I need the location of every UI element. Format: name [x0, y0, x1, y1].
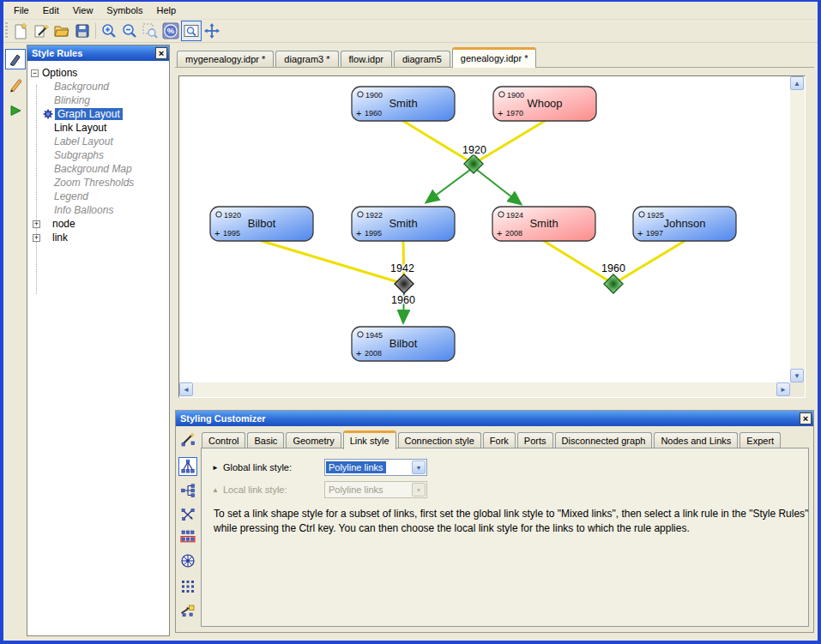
new-document-button[interactable]: [10, 21, 31, 41]
tree-label[interactable]: Zoom Thresholds: [54, 177, 134, 189]
open-button[interactable]: [51, 21, 72, 41]
collapse-marker-icon[interactable]: ►: [212, 464, 219, 472]
menu-edit[interactable]: Edit: [36, 3, 66, 18]
link-smith1900-1920[interactable]: [403, 121, 474, 164]
style-brush-button[interactable]: [5, 49, 26, 69]
overview-button[interactable]: [181, 21, 202, 41]
zoom-in-button[interactable]: [99, 21, 119, 41]
node-bilbot-1920[interactable]: 1920 Bilbot + 1995: [210, 207, 313, 241]
random-layout-button[interactable]: [178, 577, 197, 596]
ctab-geometry[interactable]: Geometry: [286, 432, 341, 448]
node-johnson-1925[interactable]: 1925 Johnson + 1997: [633, 207, 736, 241]
link-whoop-1920[interactable]: [474, 121, 545, 164]
menu-file[interactable]: File: [7, 3, 36, 18]
ctab-control[interactable]: Control: [202, 432, 245, 448]
tab-diagram5[interactable]: diagram5: [394, 51, 450, 67]
child-links[interactable]: [403, 167, 521, 322]
tree-item-zoom-thresholds[interactable]: Zoom Thresholds: [27, 176, 169, 190]
tree-label-selected[interactable]: Graph Layout: [55, 108, 123, 120]
tab-flow[interactable]: flow.idpr: [341, 51, 392, 67]
menu-help[interactable]: Help: [150, 3, 184, 18]
wand-nodes-button[interactable]: [178, 430, 197, 448]
ctab-fork[interactable]: Fork: [483, 432, 516, 448]
run-button[interactable]: [5, 100, 26, 121]
zoom-area-button[interactable]: [140, 21, 160, 41]
node-whoop-1900[interactable]: 1900 Whoop + 1970: [493, 87, 596, 121]
junction-1960[interactable]: [604, 274, 623, 293]
save-button[interactable]: [72, 21, 93, 41]
apply-layout-button[interactable]: [178, 601, 197, 620]
node-smith-1922[interactable]: 1922 Smith + 1995: [352, 207, 455, 241]
ctab-basic[interactable]: Basic: [247, 432, 284, 448]
tree-label[interactable]: Label Layout: [54, 135, 113, 147]
ctab-connection-style[interactable]: Connection style: [398, 432, 481, 448]
tree-label[interactable]: Legend: [54, 190, 88, 202]
tree-item-subgraphs[interactable]: Subgraphs: [27, 148, 169, 162]
menu-view[interactable]: View: [66, 3, 100, 18]
canvas-horizontal-scrollbar[interactable]: ◄ ►: [179, 382, 790, 397]
tree-item-background[interactable]: Background: [27, 80, 169, 93]
tree-item-legend[interactable]: Legend: [27, 190, 169, 203]
ctab-nodes-and-links[interactable]: Nodes and Links: [654, 432, 738, 448]
collapse-icon[interactable]: −: [31, 69, 39, 77]
tree-item-label-layout[interactable]: Label Layout: [27, 135, 169, 148]
tree-label[interactable]: Background Map: [54, 163, 132, 175]
child-link-label-1960: 1960: [391, 294, 415, 306]
tab-mygenealogy[interactable]: mygenealogy.idpr *: [177, 51, 274, 67]
tree-label[interactable]: Subgraphs: [54, 149, 104, 161]
ctab-disconnected-graph[interactable]: Disconnected graph: [555, 432, 653, 448]
link-1920-smith1924[interactable]: [474, 167, 521, 204]
tree-item-graph-layout[interactable]: Graph Layout: [27, 107, 169, 121]
tree-item-node[interactable]: + node: [27, 217, 169, 231]
tree-item-link[interactable]: + link: [27, 231, 169, 244]
toolbar-grip[interactable]: [5, 22, 8, 39]
link-routing-button[interactable]: [178, 505, 197, 524]
tree-item-options[interactable]: − Options: [27, 66, 169, 80]
tree-label[interactable]: Background: [54, 81, 109, 93]
tree-label[interactable]: Link Layout: [54, 122, 106, 134]
tree-item-link-layout[interactable]: Link Layout: [27, 121, 169, 135]
pan-button[interactable]: [202, 21, 222, 41]
link-1920-smith1922[interactable]: [426, 167, 474, 202]
hierarchical-layout-button[interactable]: [178, 457, 197, 476]
canvas-vertical-scrollbar[interactable]: ▲ ▼: [790, 76, 805, 382]
tree-item-blinking[interactable]: Blinking: [27, 93, 169, 107]
customizer-close-button[interactable]: ×: [800, 412, 812, 424]
tree-label[interactable]: Blinking: [54, 94, 90, 106]
scroll-left-button[interactable]: ◄: [179, 382, 193, 396]
node-smith-1900[interactable]: 1900 Smith + 1960: [352, 87, 455, 121]
tab-genealogy-active[interactable]: genealogy.idpr *: [452, 47, 537, 68]
expand-icon[interactable]: +: [33, 234, 40, 242]
ctab-expert[interactable]: Expert: [740, 432, 781, 448]
chevron-down-icon[interactable]: ▼: [412, 460, 426, 474]
tree-item-info-balloons[interactable]: Info Balloons: [27, 203, 169, 217]
circular-layout-button[interactable]: [178, 551, 197, 570]
expand-icon[interactable]: +: [33, 220, 40, 228]
global-link-style-select[interactable]: Polyline links ▼: [324, 459, 427, 476]
scroll-down-button[interactable]: ▼: [790, 369, 804, 382]
tree-layout-button[interactable]: [178, 481, 197, 500]
ctab-link-style-active[interactable]: Link style: [343, 430, 396, 449]
scroll-right-button[interactable]: ►: [776, 382, 790, 396]
tree-label[interactable]: Info Balloons: [54, 204, 113, 216]
style-rules-close-button[interactable]: ×: [155, 47, 167, 59]
tree-label[interactable]: node: [52, 218, 75, 230]
grid-layout-button[interactable]: [178, 527, 197, 546]
node-bilbot-1945[interactable]: 1945 Bilbot + 2008: [352, 327, 455, 361]
edit-pencil-button[interactable]: [5, 75, 26, 95]
zoom-percent-button[interactable]: %: [160, 21, 181, 41]
tree-label[interactable]: link: [52, 232, 68, 244]
tree-item-background-map[interactable]: Background Map: [27, 162, 169, 176]
node-smith-1924[interactable]: 1924 Smith + 2008: [492, 207, 595, 241]
junction-1920[interactable]: [464, 154, 483, 173]
diagram-viewport[interactable]: 1900 Smith + 1960 1900 Whoop + 1970: [179, 76, 790, 382]
tab-diagram3[interactable]: diagram3 *: [275, 51, 338, 67]
wizard-button[interactable]: [31, 21, 51, 41]
tree-label[interactable]: Options: [42, 67, 77, 79]
scroll-up-button[interactable]: ▲: [790, 76, 804, 90]
zoom-out-button[interactable]: [119, 21, 140, 41]
junction-1942-selected[interactable]: [395, 274, 414, 293]
ctab-ports[interactable]: Ports: [517, 432, 553, 448]
link-bilbot1920-1942[interactable]: [262, 241, 404, 284]
menu-symbols[interactable]: Symbols: [100, 3, 149, 18]
